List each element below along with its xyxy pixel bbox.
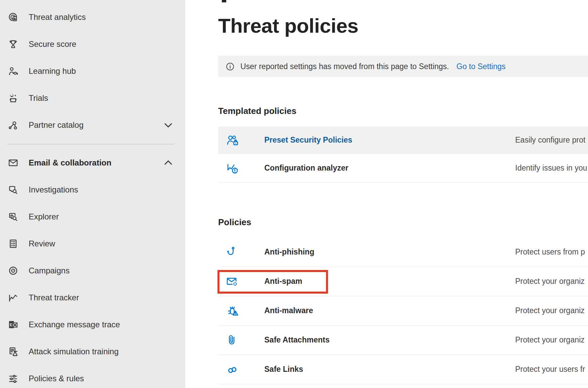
preset-security-policies-icon: [226, 133, 239, 147]
policy-row-anti-malware[interactable]: Anti-malwareProtect your organiz: [218, 296, 588, 325]
campaigns-icon: [7, 265, 19, 276]
policy-description: Protect users from p: [515, 247, 585, 257]
row-divider: [218, 182, 588, 183]
info-icon: [226, 62, 235, 71]
chevron-up-icon: [162, 156, 175, 169]
section-templated-policies: Templated policiesPreset Security Polici…: [218, 105, 588, 183]
sidebar-item-review[interactable]: Review: [0, 230, 185, 257]
sidebar-nav-email-collaboration: Email & collaborationInvestigationsExplo…: [0, 149, 185, 388]
chevron-down-icon: [162, 119, 175, 131]
sidebar-item-investigations[interactable]: Investigations: [0, 176, 185, 203]
anti-phishing-icon: [226, 245, 239, 259]
sidebar-item-label: Threat tracker: [29, 293, 79, 303]
sidebar-item-attack-simulation-training[interactable]: Attack simulation training: [0, 338, 185, 365]
sidebar-item-exchange-message-trace[interactable]: EExchange message trace: [0, 311, 185, 338]
sidebar-item-partner-catalog[interactable]: Partner catalog: [0, 112, 185, 139]
policy-description: Protect your organiz: [515, 277, 585, 286]
section-heading: Policies: [218, 216, 588, 228]
sidebar: Threat analyticsSecure scoreLearning hub…: [0, 0, 185, 388]
sidebar-item-policies-rules[interactable]: Policies & rules: [0, 365, 185, 388]
app-root: Threat analyticsSecure scoreLearning hub…: [0, 0, 588, 388]
policy-label: Safe Links: [264, 365, 303, 374]
policy-row-anti-phishing[interactable]: Anti-phishingProtect users from p: [218, 238, 588, 267]
row-divider: [218, 384, 588, 384]
page-title: Threat policies: [218, 14, 588, 38]
rows-policies: Anti-phishingProtect users from pAnti-sp…: [218, 238, 588, 384]
sidebar-divider: [7, 144, 174, 144]
sidebar-item-campaigns[interactable]: Campaigns: [0, 257, 185, 284]
section-heading: Templated policies: [218, 105, 588, 117]
policy-label: Safe Attachments: [264, 335, 329, 345]
section-policies: PoliciesAnti-phishingProtect users from …: [218, 216, 588, 384]
policy-label: Anti-malware: [264, 306, 313, 315]
policy-row-safe-links[interactable]: Safe LinksProtect your users fr: [218, 355, 588, 384]
review-icon: [7, 238, 19, 249]
sidebar-item-secure-score[interactable]: Secure score: [0, 31, 185, 58]
policy-row-configuration-analyzer[interactable]: Configuration analyzerIdentify issues in…: [218, 154, 588, 182]
policy-label: Configuration analyzer: [264, 163, 348, 173]
go-to-settings-link[interactable]: Go to Settings: [457, 62, 506, 71]
info-banner: User reported settings has moved from th…: [218, 56, 588, 77]
sidebar-item-label: Partner catalog: [29, 120, 84, 130]
attack-simulation-training-icon: [7, 346, 19, 357]
partner-catalog-icon: [7, 119, 19, 131]
investigations-icon: [7, 184, 19, 196]
policies-rules-icon: [7, 373, 19, 384]
email-collaboration-icon: [7, 157, 19, 169]
sidebar-item-trials[interactable]: Trials: [0, 85, 185, 112]
sidebar-item-label: Campaigns: [29, 266, 69, 276]
sidebar-nav-top: Threat analyticsSecure scoreLearning hub…: [0, 4, 185, 139]
policy-label: Anti-phishing: [264, 247, 314, 257]
sidebar-item-label: Secure score: [29, 39, 76, 49]
sidebar-item-label: Threat analytics: [29, 12, 86, 22]
svg-text:E: E: [10, 322, 13, 327]
policy-label: Anti-spam: [264, 277, 302, 286]
main-content: Threat policies User reported settings h…: [185, 0, 588, 388]
sidebar-item-threat-analytics[interactable]: Threat analytics: [0, 4, 185, 31]
learning-hub-icon: [7, 65, 19, 77]
sidebar-item-label: Policies & rules: [29, 374, 84, 384]
sidebar-item-label: Exchange message trace: [29, 320, 120, 330]
policy-description: Protect your organiz: [515, 335, 585, 345]
policy-description: Protect your organiz: [515, 306, 585, 315]
policy-description: Easily configure prot: [515, 136, 585, 145]
trials-icon: [7, 92, 19, 104]
explorer-icon: [7, 211, 19, 222]
threat-analytics-icon: [7, 11, 19, 23]
sidebar-item-label: Explorer: [29, 212, 59, 222]
anti-spam-icon: [226, 275, 239, 288]
sidebar-item-explorer[interactable]: Explorer: [0, 203, 185, 230]
sidebar-item-label: Trials: [29, 93, 48, 103]
anti-malware-icon: [226, 304, 239, 318]
sidebar-item-label: Review: [29, 239, 55, 249]
sidebar-item-learning-hub[interactable]: Learning hub: [0, 58, 185, 85]
configuration-analyzer-icon: [226, 161, 239, 175]
secure-score-icon: [7, 38, 19, 50]
sidebar-item-label: Email & collaboration: [29, 158, 111, 168]
policy-label[interactable]: Preset Security Policies: [264, 136, 352, 145]
sidebar-item-email-collaboration[interactable]: Email & collaboration: [0, 149, 185, 176]
sidebar-item-label: Attack simulation training: [29, 347, 119, 357]
cutoff-artifact: [222, 0, 226, 2]
sidebar-item-threat-tracker[interactable]: Threat tracker: [0, 284, 185, 311]
banner-text: User reported settings has moved from th…: [240, 62, 449, 71]
sidebar-item-label: Learning hub: [29, 66, 76, 76]
policy-description: Identify issues in you: [515, 163, 587, 173]
safe-attachments-icon: [226, 333, 239, 347]
policy-sections: Templated policiesPreset Security Polici…: [218, 105, 588, 384]
safe-links-icon: [226, 363, 239, 376]
policy-row-safe-attachments[interactable]: Safe AttachmentsProtect your organiz: [218, 326, 588, 355]
sidebar-item-label: Investigations: [29, 185, 78, 195]
rows-templated-policies: Preset Security PoliciesEasily configure…: [218, 126, 588, 183]
threat-tracker-icon: [7, 292, 19, 303]
policy-description: Protect your users fr: [515, 365, 585, 374]
exchange-message-trace-icon: E: [7, 319, 19, 330]
policy-row-anti-spam[interactable]: Anti-spamProtect your organiz: [218, 267, 588, 296]
policy-row-preset-security-policies[interactable]: Preset Security PoliciesEasily configure…: [218, 126, 588, 154]
